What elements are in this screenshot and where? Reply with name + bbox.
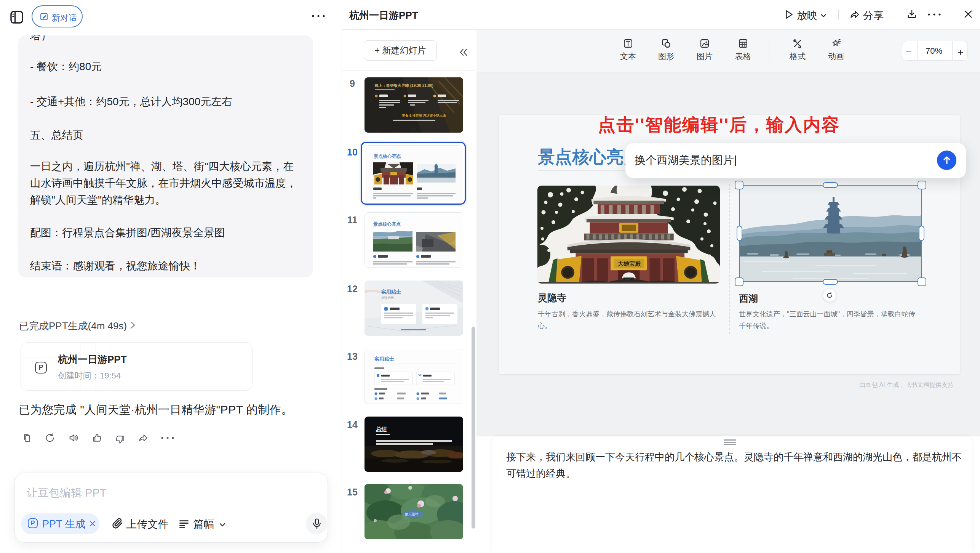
svg-text:实用贴士: 实用贴士 — [374, 356, 394, 362]
svg-text:景点核心亮点: 景点核心亮点 — [373, 154, 401, 159]
svg-text:大雄宝殿: 大雄宝殿 — [618, 260, 641, 267]
svg-text:接天莲叶: 接天莲叶 — [404, 512, 419, 516]
svg-text:美食 & 推荐菜 河坊街小吃土场: 美食 & 推荐菜 河坊街小吃土场 — [401, 114, 446, 117]
svg-text:晚上：春饼银火寻味 (19:30-21:00): 晚上：春饼银火寻味 (19:30-21:00) — [375, 83, 433, 88]
svg-text:必读指南: 必读指南 — [381, 296, 394, 300]
svg-text:景点核心亮点: 景点核心亮点 — [373, 221, 401, 227]
svg-text:实用贴士: 实用贴士 — [381, 289, 401, 295]
svg-text:总结: 总结 — [376, 426, 387, 432]
